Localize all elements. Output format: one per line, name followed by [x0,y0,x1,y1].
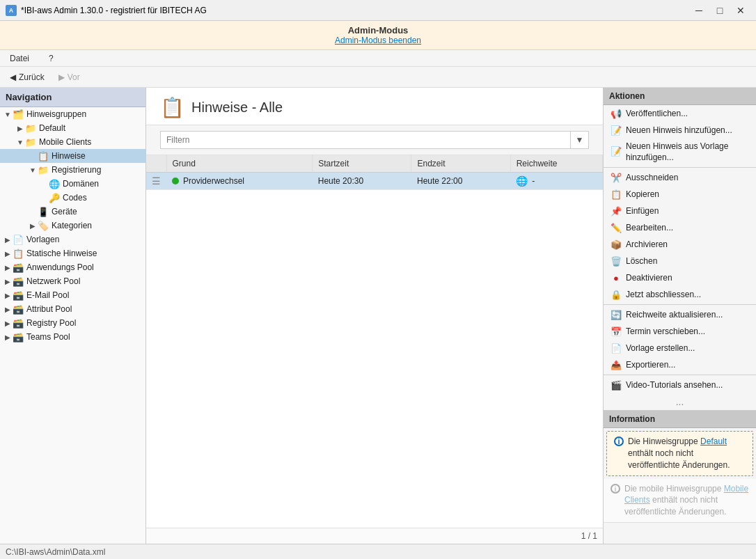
action-bearbeiten[interactable]: ✏️ Bearbeiten... [604,219,756,236]
action-archivieren[interactable]: 📦 Archivieren [604,236,756,253]
cell-reichweite: 🌐 - [510,173,602,189]
sidebar-item-registry-pool[interactable]: ▶ 🗃️ Registry Pool [0,316,145,330]
action-label-deaktivieren: Deaktivieren [626,273,672,283]
close-button[interactable]: ✕ [731,3,750,18]
information-header: Information [604,411,756,428]
hinweise-table: Grund Startzeit Endzeit Reichweite ☰ Pro… [146,155,603,190]
sidebar-item-codes[interactable]: 🔑 Codes [0,191,145,205]
info-link-mobile-clients[interactable]: Mobile Clients [624,484,748,505]
label-statische-hinweise: Statische Hinweise [26,249,97,258]
col-startzeit[interactable]: Startzeit [313,155,411,173]
filter-bar: ▼ [146,125,603,155]
back-button[interactable]: ◀ Zurück [4,71,50,84]
sidebar-item-mobile-clients[interactable]: ▼ 📁 Mobile Clients [0,135,145,149]
sidebar-item-attribut-pool[interactable]: ▶ 🗃️ Attribut Pool [0,302,145,316]
action-termin-verschieben[interactable]: 📅 Termin verschieben... [604,323,756,340]
action-jetzt-abschliessen[interactable]: 🔒 Jetzt abschliessen... [604,286,756,303]
status-dot-green [172,178,179,184]
label-anwendungs-pool: Anwendungs Pool [26,262,94,272]
sidebar-item-hinweisgruppen[interactable]: ▼ 🗂️ Hinweisgruppen [0,107,145,121]
archive-icon: 📦 [611,239,622,250]
sidebar-item-teams-pool[interactable]: ▶ 🗃️ Teams Pool [0,330,145,344]
label-vorlagen: Vorlagen [26,235,59,244]
cell-endzeit: Heute 22:00 [411,173,510,190]
action-veroeffentlichen[interactable]: 📢 Veröffentlichen... [604,105,756,122]
divider-2 [604,304,756,305]
action-label-bearbeiten: Bearbeiten... [626,223,673,233]
expand-icon-registry-pool: ▶ [3,320,13,327]
action-neuen-vorlage[interactable]: 📝 Neuen Hinweis aus Vorlage hinzufügen..… [604,139,756,166]
table-footer: 1 / 1 [146,528,603,544]
cell-startzeit: Heute 20:30 [313,173,411,190]
action-label-kopieren: Kopieren [626,189,659,199]
action-video-tutorials[interactable]: 🎬 Video-Tutorials ansehen... [604,377,756,393]
folder-icon-hinweisgruppen: 🗂️ [13,109,24,120]
content-header-icon: 📋 [160,96,184,119]
expand-icon-mobile-clients: ▼ [15,139,25,146]
doc-icon-vorlagen: 📄 [13,234,24,245]
col-reichweite[interactable]: Reichweite [510,155,602,173]
forward-label: Vor [68,72,80,82]
back-label: Zurück [19,72,45,82]
label-registrierung: Registrierung [52,165,101,175]
forward-arrow-icon: ▶ [58,72,65,82]
info-bullet-2: i [611,484,620,494]
sidebar-item-domaenen[interactable]: 🌐 Domänen [0,177,145,191]
action-vorlage-erstellen[interactable]: 📄 Vorlage erstellen... [604,340,756,356]
info-link-default[interactable]: Default [700,436,727,446]
action-reichweite[interactable]: 🔄 Reichweite aktualisieren... [604,306,756,323]
label-domaenen: Domänen [63,179,99,189]
device-icon-geraete: 📱 [38,206,49,217]
action-ausschneiden[interactable]: ✂️ Ausschneiden [604,169,756,186]
sidebar-item-geraete[interactable]: 📱 Geräte [0,205,145,219]
create-template-icon: 📄 [611,343,622,354]
sidebar-item-anwendungs-pool[interactable]: ▶ 🗃️ Anwendungs Pool [0,260,145,274]
label-kategorien: Kategorien [52,221,92,230]
action-label-vorlage-erstellen: Vorlage erstellen... [626,343,695,353]
lock-icon: 🔒 [611,289,622,300]
sidebar-item-email-pool[interactable]: ▶ 🗃️ E-Mail Pool [0,288,145,302]
globe-icon-domaenen: 🌐 [49,178,60,189]
actions-section: Aktionen 📢 Veröffentlichen... 📝 Neuen Hi… [604,88,756,393]
action-neuen-hinweis[interactable]: 📝 Neuen Hinweis hinzufügen... [604,122,756,139]
filter-input[interactable] [160,131,571,149]
minimize-button[interactable]: ─ [689,3,709,18]
filter-button[interactable]: ▼ [571,131,589,149]
back-arrow-icon: ◀ [10,72,16,82]
main-layout: Navigation ▼ 🗂️ Hinweisgruppen ▶ 📁 Defau… [0,88,756,544]
action-label-veroeffentlichen: Veröffentlichen... [626,109,688,118]
expand-icon-teams-pool: ▶ [3,333,13,341]
sidebar-item-vorlagen[interactable]: ▶ 📄 Vorlagen [0,233,145,246]
col-grund[interactable]: Grund [166,155,313,173]
action-einfuegen[interactable]: 📌 Einfügen [604,203,756,219]
content-title: Hinweise - Alle [191,100,283,116]
menu-help[interactable]: ? [45,52,58,65]
add-template-icon: 📝 [611,147,622,158]
info-bullet-1: i [614,436,624,446]
expand-icon-attribut-pool: ▶ [3,306,13,313]
sidebar-item-registrierung[interactable]: ▼ 📁 Registrierung [0,163,145,177]
action-label-video-tutorials: Video-Tutorials ansehen... [626,380,723,390]
table-area: Grund Startzeit Endzeit Reichweite ☰ Pro… [146,155,603,528]
col-endzeit[interactable]: Endzeit [411,155,510,173]
sidebar-item-default[interactable]: ▶ 📁 Default [0,121,145,135]
sidebar-item-hinweise[interactable]: 📋 Hinweise [0,149,145,163]
info-text-1: Die Hinweisgruppe Default enthält noch n… [628,436,746,471]
table-row[interactable]: ☰ Providerwechsel Heute 20:30 Heute 22:0… [146,173,603,190]
action-kopieren[interactable]: 📋 Kopieren [604,186,756,203]
info-text-2: Die mobile Hinweisgruppe Mobile Clients … [624,483,749,518]
menu-datei[interactable]: Datei [6,52,33,65]
admin-mode-title: Admin-Modus [4,25,752,36]
admin-mode-link[interactable]: Admin-Modus beenden [4,36,752,45]
action-deaktivieren[interactable]: ● Deaktivieren [604,269,756,286]
sidebar-header: Navigation [0,88,145,107]
key-icon-codes: 🔑 [49,192,60,203]
forward-button[interactable]: ▶ Vor [53,71,86,84]
action-loeschen[interactable]: 🗑️ Löschen [604,253,756,269]
maximize-button[interactable]: □ [710,3,730,18]
sidebar-item-statische-hinweise[interactable]: ▶ 📋 Statische Hinweise [0,246,145,260]
sidebar-item-kategorien[interactable]: ▶ 🏷️ Kategorien [0,219,145,233]
expand-icon-hinweisgruppen: ▼ [3,111,13,118]
sidebar-item-netzwerk-pool[interactable]: ▶ 🗃️ Netzwerk Pool [0,274,145,288]
action-exportieren[interactable]: 📤 Exportieren... [604,356,756,373]
